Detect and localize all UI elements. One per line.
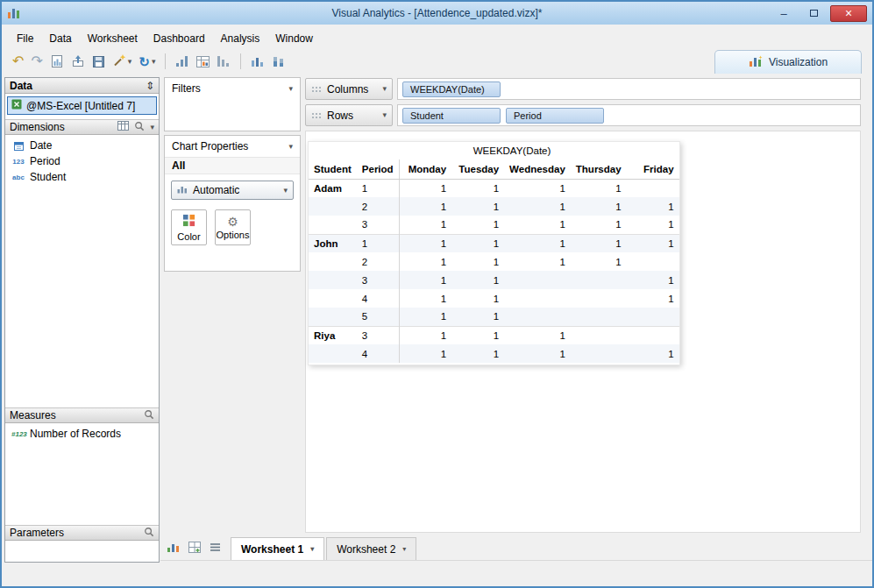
menu-file[interactable]: File bbox=[9, 29, 41, 48]
value-cell[interactable]: 1 bbox=[451, 216, 504, 234]
value-cell[interactable]: 1 bbox=[504, 179, 571, 197]
value-cell[interactable] bbox=[571, 326, 627, 344]
value-cell[interactable]: 1 bbox=[399, 271, 451, 289]
value-cell[interactable]: 1 bbox=[504, 344, 571, 363]
options-button[interactable]: ⚙ Options bbox=[215, 209, 251, 245]
value-cell[interactable]: 1 bbox=[451, 326, 504, 344]
value-cell[interactable]: 1 bbox=[504, 197, 571, 216]
value-cell[interactable]: 1 bbox=[399, 179, 451, 197]
value-cell[interactable]: 1 bbox=[451, 344, 504, 363]
student-cell[interactable] bbox=[309, 216, 357, 234]
crosstab-col-header-friday[interactable]: Friday bbox=[627, 159, 679, 179]
tab-worksheet-1[interactable]: Worksheet 1▾ bbox=[231, 537, 324, 561]
field-date[interactable]: Date bbox=[5, 138, 159, 153]
caret-down-icon[interactable]: ▾ bbox=[288, 143, 293, 151]
crosstab-dim-header-student[interactable]: Student bbox=[309, 159, 357, 179]
mark-type-select[interactable]: Automatic ▾ bbox=[171, 181, 294, 200]
sort-fields-icon[interactable]: ⇕ bbox=[146, 80, 154, 92]
crosstab-dim-header-period[interactable]: Period bbox=[357, 159, 399, 179]
value-cell[interactable]: 1 bbox=[571, 197, 627, 216]
period-cell[interactable]: 1 bbox=[357, 234, 399, 252]
field-period[interactable]: 123Period bbox=[5, 153, 159, 169]
student-cell[interactable]: John bbox=[309, 234, 357, 252]
caret-down-icon[interactable]: ▾ bbox=[402, 546, 406, 553]
value-cell[interactable]: 1 bbox=[451, 289, 504, 308]
period-cell[interactable]: 1 bbox=[357, 179, 399, 197]
value-cell[interactable] bbox=[504, 308, 571, 326]
student-cell[interactable] bbox=[309, 308, 357, 326]
data-source-item[interactable]: @MS-Excel [Untitled 7] bbox=[7, 96, 157, 115]
value-cell[interactable]: 1 bbox=[399, 234, 451, 252]
undo-icon[interactable]: ↶ bbox=[12, 54, 24, 68]
student-cell[interactable] bbox=[309, 271, 357, 289]
period-cell[interactable]: 2 bbox=[357, 252, 399, 271]
value-cell[interactable]: 1 bbox=[571, 234, 627, 252]
value-cell[interactable] bbox=[627, 252, 679, 271]
pill-period[interactable]: Period bbox=[506, 108, 604, 124]
format-wand-button[interactable]: ▾ bbox=[112, 53, 132, 70]
period-cell[interactable]: 5 bbox=[357, 308, 399, 326]
value-cell[interactable]: 1 bbox=[451, 179, 504, 197]
period-cell[interactable]: 3 bbox=[357, 326, 399, 344]
value-cell[interactable]: 1 bbox=[504, 234, 571, 252]
value-cell[interactable]: 1 bbox=[627, 289, 679, 308]
caret-down-icon[interactable]: ▾ bbox=[382, 85, 387, 93]
tab-worksheet-2[interactable]: Worksheet 2▾ bbox=[326, 537, 416, 561]
value-cell[interactable]: 1 bbox=[451, 234, 504, 252]
value-cell[interactable]: 1 bbox=[571, 179, 627, 197]
value-cell[interactable] bbox=[571, 289, 627, 308]
caret-down-icon[interactable]: ▾ bbox=[288, 85, 293, 93]
crosstab-col-header-thursday[interactable]: Thursday bbox=[571, 159, 627, 179]
value-cell[interactable]: 1 bbox=[627, 234, 679, 252]
student-cell[interactable]: Adam bbox=[309, 179, 357, 197]
period-cell[interactable]: 2 bbox=[357, 197, 399, 216]
value-cell[interactable] bbox=[571, 308, 627, 326]
menu-analysis[interactable]: Analysis bbox=[213, 29, 268, 48]
period-cell[interactable]: 3 bbox=[357, 216, 399, 234]
value-cell[interactable] bbox=[627, 326, 679, 344]
value-cell[interactable]: 1 bbox=[399, 326, 451, 344]
save-icon[interactable] bbox=[92, 55, 105, 68]
value-cell[interactable] bbox=[571, 344, 627, 363]
rows-shelf[interactable]: StudentPeriod bbox=[397, 104, 861, 126]
swap-axes-icon[interactable] bbox=[196, 56, 210, 67]
student-cell[interactable] bbox=[309, 252, 357, 271]
crosstab-col-header-monday[interactable]: Monday bbox=[399, 159, 451, 179]
new-dashboard-icon[interactable] bbox=[188, 542, 201, 556]
student-cell[interactable] bbox=[309, 197, 357, 216]
columns-shelf-label[interactable]: Columns ▾ bbox=[305, 78, 393, 100]
refresh-button[interactable]: ↻ ▾ bbox=[139, 55, 155, 68]
crosstab-col-header-wednesday[interactable]: Wednesday bbox=[504, 159, 571, 179]
columns-shelf[interactable]: WEEKDAY(Date) bbox=[397, 78, 861, 100]
maximize-button[interactable] bbox=[800, 5, 827, 22]
view-grid-icon[interactable] bbox=[117, 121, 129, 133]
menu-worksheet[interactable]: Worksheet bbox=[80, 29, 146, 48]
value-cell[interactable]: 1 bbox=[399, 308, 451, 326]
new-worksheet-icon[interactable] bbox=[50, 54, 64, 68]
student-cell[interactable] bbox=[309, 289, 357, 308]
period-cell[interactable]: 3 bbox=[357, 271, 399, 289]
value-cell[interactable]: 1 bbox=[451, 197, 504, 216]
value-cell[interactable]: 1 bbox=[504, 216, 571, 234]
minimize-button[interactable]: – bbox=[771, 5, 797, 22]
search-icon[interactable] bbox=[144, 409, 154, 422]
sort-ascending-icon[interactable] bbox=[175, 55, 189, 67]
rows-shelf-label[interactable]: Rows ▾ bbox=[305, 104, 393, 126]
color-button[interactable]: Color bbox=[171, 209, 207, 245]
sort-descending-icon[interactable] bbox=[217, 55, 231, 67]
value-cell[interactable]: 1 bbox=[451, 271, 504, 289]
student-cell[interactable]: Riya bbox=[309, 326, 357, 344]
field-student[interactable]: abcStudent bbox=[5, 169, 159, 185]
value-cell[interactable]: 1 bbox=[627, 216, 679, 234]
visualization-tab[interactable]: Visualization bbox=[714, 50, 862, 74]
value-cell[interactable]: 1 bbox=[571, 252, 627, 271]
menu-window[interactable]: Window bbox=[267, 29, 321, 48]
field-number-of-records[interactable]: #123Number of Records bbox=[5, 426, 159, 442]
search-icon[interactable] bbox=[134, 121, 145, 134]
publish-icon[interactable] bbox=[71, 54, 85, 68]
value-cell[interactable]: 1 bbox=[571, 216, 627, 234]
value-cell[interactable]: 1 bbox=[451, 252, 504, 271]
value-cell[interactable] bbox=[571, 271, 627, 289]
title-bar[interactable]: Visual Analytics - [Attendence_updated.v… bbox=[2, 2, 872, 25]
menu-data[interactable]: Data bbox=[41, 29, 79, 48]
